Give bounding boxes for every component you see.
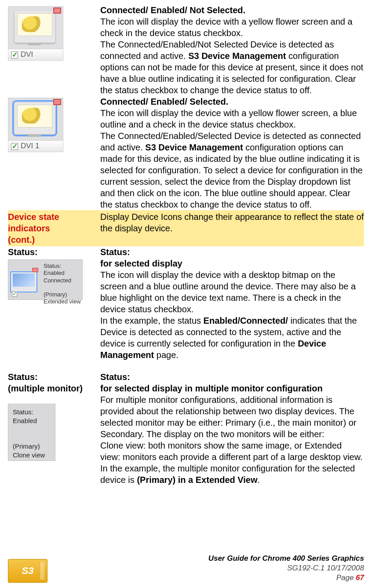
status2-left: Status: (multiple monitor) Status: Enabl… bbox=[8, 371, 100, 461]
status2-heading: Status: bbox=[100, 372, 130, 382]
status-row-single: Status: Status: Enabled Connected (Prima… bbox=[8, 246, 364, 361]
row-selected: DVI 1 Connected/ Enabled/ Selected. The … bbox=[8, 96, 364, 210]
section-header-left: Device state indicators (cont.) bbox=[8, 211, 100, 245]
status-left: Status: Status: Enabled Connected (Prima… bbox=[8, 246, 100, 300]
status-image-text: Status: Enabled Connected (Primary) Exte… bbox=[44, 263, 81, 306]
status1-sub: for selected display bbox=[100, 259, 182, 268]
section-header-right: Display Device Icons change their appear… bbox=[100, 211, 364, 234]
row1-bold: S3 Device Management bbox=[188, 51, 286, 61]
icon-caption: DVI 1 bbox=[8, 140, 63, 152]
icon-label: DVI 1 bbox=[21, 141, 40, 151]
row-selected-left: DVI 1 bbox=[8, 96, 100, 152]
checkbox-icon bbox=[11, 51, 18, 58]
device-icon-selected: DVI 1 bbox=[8, 98, 63, 152]
status1-left-heading: Status: bbox=[8, 247, 38, 257]
status1-heading: Status: bbox=[100, 247, 130, 257]
footer-text: User Guide for Chrome 400 Series Graphic… bbox=[208, 554, 364, 583]
section-header: Device state indicators (cont.) Display … bbox=[8, 210, 364, 246]
yellow-l1: Device state bbox=[8, 212, 59, 222]
yellow-right: Display Device Icons change their appear… bbox=[100, 212, 364, 233]
status2-sub: for selected display in multiple monitor… bbox=[100, 383, 323, 393]
status2-left-l1: Status: bbox=[8, 372, 38, 382]
status-row-multi: Status: (multiple monitor) Status: Enabl… bbox=[8, 371, 364, 486]
status2-bold: (Primary) in a Extended View bbox=[137, 475, 257, 485]
status2-right: Status: for selected display in multiple… bbox=[100, 371, 364, 486]
row2-heading: Connected/ Enabled/ Selected. bbox=[100, 97, 228, 106]
page-footer: S3 User Guide for Chrome 400 Series Grap… bbox=[8, 554, 364, 583]
footer-doc: SG192-C.1 10/17/2008 bbox=[287, 564, 364, 572]
status1-p2c: page. bbox=[154, 350, 179, 360]
status2-p1: For multiple monitor configurations, add… bbox=[100, 395, 356, 439]
status-image-multi: Status: Enabled (Primary) Clone view bbox=[8, 404, 55, 461]
row1-p1a: The icon will display the device with a … bbox=[100, 17, 353, 38]
status1-right: Status: for selected display The icon wi… bbox=[100, 246, 364, 361]
row2-bold: S3 Device Management bbox=[145, 142, 243, 152]
monitor-icon bbox=[15, 11, 55, 43]
logo-text: S3 bbox=[22, 565, 34, 577]
status-image-single: Status: Enabled Connected (Primary) Exte… bbox=[8, 259, 83, 300]
device-icon-not-selected: DVI bbox=[8, 6, 63, 61]
row1-heading: Connected/ Enabled/ Not Selected. bbox=[100, 5, 245, 15]
status2-left-l2: (multiple monitor) bbox=[8, 383, 83, 393]
footer-title: User Guide for Chrome 400 Series Graphic… bbox=[208, 554, 364, 562]
icon-caption: DVI bbox=[8, 49, 63, 60]
checkbox-icon bbox=[12, 292, 17, 297]
yellow-l2: indicators bbox=[8, 223, 50, 233]
yellow-l3: (cont.) bbox=[8, 235, 35, 245]
badge-icon bbox=[32, 268, 38, 272]
row2-p2b: configuration options can made for this … bbox=[100, 142, 363, 209]
badge-icon bbox=[53, 7, 61, 14]
row-not-selected-left: DVI bbox=[8, 4, 100, 61]
status1-p1: The icon will display the device with a … bbox=[100, 270, 356, 314]
row-not-selected: DVI Connected/ Enabled/ Not Selected. Th… bbox=[8, 4, 364, 96]
status1-p2a: In the example, the status bbox=[100, 316, 204, 325]
row2-p1: The icon will display the device with a … bbox=[100, 108, 357, 129]
row-not-selected-text: Connected/ Enabled/ Not Selected. The ic… bbox=[100, 4, 364, 96]
status2-p2c: . bbox=[258, 475, 260, 485]
badge-icon bbox=[53, 99, 61, 105]
footer-page-num: 67 bbox=[356, 573, 364, 582]
status1-bold1: Enabled/Connected/ bbox=[204, 316, 288, 325]
monitor-icon bbox=[15, 102, 55, 134]
status2-image-text: Status: Enabled (Primary) Clone view bbox=[13, 408, 45, 459]
mini-monitor-icon bbox=[10, 271, 37, 292]
checkbox-icon bbox=[11, 143, 18, 150]
row-selected-text: Connected/ Enabled/ Selected. The icon w… bbox=[100, 96, 364, 210]
icon-label: DVI bbox=[21, 50, 33, 59]
s3-logo: S3 bbox=[8, 559, 47, 583]
footer-page-label: Page bbox=[336, 573, 356, 582]
